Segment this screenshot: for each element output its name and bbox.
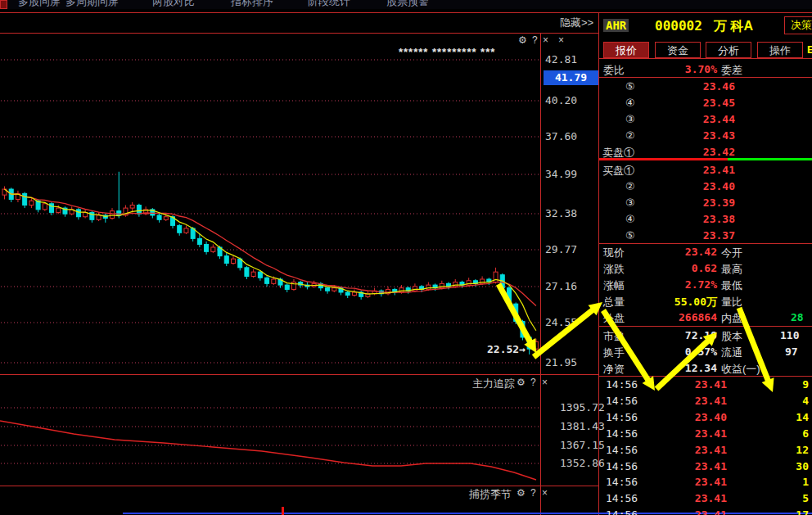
tick-price: 23.41 <box>688 427 727 440</box>
tick-price: 23.41 <box>688 508 727 515</box>
gear-icon[interactable]: ⚙ <box>518 34 527 46</box>
stat-value2: 28 <box>791 311 804 323</box>
bid-level-num: ④ <box>625 213 635 225</box>
help-icon[interactable]: ? <box>530 487 536 499</box>
menu-item[interactable]: 多周期同屏 <box>65 0 119 9</box>
stat-value: 12.34 <box>647 362 717 374</box>
tab-4[interactable]: 操作 <box>757 42 803 58</box>
bid-price: 23.39 <box>671 197 735 209</box>
menu-item[interactable]: 多股同屏 <box>18 0 61 9</box>
help-icon[interactable]: ? <box>532 34 538 46</box>
stat-label2: 流通 <box>721 346 742 360</box>
divider <box>599 376 812 377</box>
tick-volume: 4 <box>769 395 809 407</box>
decision-button[interactable]: 决策 <box>784 16 812 34</box>
gear-icon[interactable]: ⚙ <box>517 487 526 499</box>
weibi-value: 3.70% <box>647 63 717 75</box>
stat-label2: 量比 <box>721 295 742 309</box>
close-icon[interactable]: × <box>542 487 548 499</box>
divider <box>599 326 812 327</box>
stat-value2: 110 <box>780 329 799 341</box>
stat-label: 外盘 <box>603 311 625 326</box>
tab-2[interactable]: 资金 <box>655 42 701 58</box>
market-badge: AHR <box>603 19 629 32</box>
tracker-panel-title: 主力追踪 <box>472 377 515 391</box>
ask-price: 23.43 <box>671 129 735 142</box>
tick-time: 14:56 <box>606 508 638 515</box>
help-icon[interactable]: ? <box>530 377 536 388</box>
tick-volume: 6 <box>769 427 809 440</box>
stat-label: 现价 <box>603 246 625 260</box>
axis-close-icon[interactable]: × <box>558 34 564 46</box>
tick-volume: 5 <box>769 492 809 504</box>
tab-1[interactable]: 报价 <box>603 42 649 58</box>
bid-level-num: ② <box>625 180 635 192</box>
tick-volume: 17 <box>769 508 809 515</box>
tick-price: 23.41 <box>688 395 727 407</box>
tracker-axis-label: 1395.72 <box>560 401 605 413</box>
tick-time: 14:56 <box>606 411 638 423</box>
divider <box>0 486 598 486</box>
price-axis-label: 40.20 <box>545 94 577 106</box>
ask-level-num: ③ <box>625 113 635 125</box>
tab-partial[interactable]: E <box>807 43 812 56</box>
stat-label2: 内盘 <box>721 311 742 326</box>
tab-3[interactable]: 分析 <box>706 42 751 58</box>
tracker-axis-label: 1381.43 <box>560 420 605 432</box>
gear-icon[interactable]: ⚙ <box>517 377 526 388</box>
stat-label2: 今开 <box>721 246 742 260</box>
tracker-axis-label: 1367.15 <box>560 439 605 451</box>
stat-label: 涨跌 <box>603 262 625 277</box>
tick-volume: 9 <box>769 378 809 391</box>
weibi-label: 委比 <box>603 63 625 78</box>
bid-price: 23.41 <box>671 164 735 176</box>
bid-price: 23.37 <box>671 229 735 242</box>
stat-value: 0.57% <box>647 346 717 358</box>
sell-ratio-bar <box>599 158 728 160</box>
divider <box>599 77 812 78</box>
tick-time: 14:56 <box>606 395 638 407</box>
stat-label: 总量 <box>603 295 625 309</box>
stat-label: 换手 <box>603 346 625 360</box>
trading-app-window: 多股同屏多周期同屏两股对比指标排序阶段统计股票预警 隐藏>> ⚙ ? × × *… <box>0 0 812 515</box>
stat-value: 23.42 <box>647 246 717 258</box>
tick-price: 23.41 <box>688 460 727 472</box>
menu-item[interactable]: 阶段统计 <box>308 0 350 9</box>
bid-level-num: ⑤ <box>625 229 635 242</box>
close-icon[interactable]: × <box>543 34 548 46</box>
tick-volume: 12 <box>769 444 809 456</box>
stat-label: 涨幅 <box>603 278 625 293</box>
divider <box>599 243 812 244</box>
price-axis-label: 34.99 <box>545 168 577 180</box>
price-axis-label: 32.38 <box>545 207 577 219</box>
stat-value: 55.00万 <box>647 295 717 309</box>
divider <box>599 58 812 59</box>
menu-item[interactable]: 股票预警 <box>386 0 429 9</box>
divider <box>0 374 598 375</box>
bid-price: 23.40 <box>671 180 735 192</box>
divider <box>0 12 812 13</box>
tick-price: 23.40 <box>688 411 727 423</box>
ask-price: 23.46 <box>671 80 735 93</box>
stat-label: 市盈 <box>603 329 625 344</box>
tick-time: 14:56 <box>606 492 638 504</box>
stat-label2: 收益(一) <box>721 362 760 377</box>
tick-time: 14:56 <box>606 460 638 472</box>
stat-value: 2.72% <box>647 278 717 291</box>
tick-price: 23.41 <box>688 492 727 504</box>
weicha-label: 委差 <box>721 63 742 78</box>
price-axis-label: 29.77 <box>545 243 577 255</box>
hide-panel-button[interactable]: 隐藏>> <box>560 16 593 30</box>
tick-time: 14:56 <box>606 378 638 391</box>
stat-value: 266864 <box>647 311 717 323</box>
menu-item[interactable]: 两股对比 <box>152 0 195 9</box>
price-badge: 41.79 <box>544 70 598 85</box>
tick-volume: 14 <box>769 411 809 423</box>
season-panel-title: 捕捞季节 <box>469 487 512 502</box>
menu-item[interactable]: 指标排序 <box>231 0 273 9</box>
tick-time: 14:56 <box>606 476 638 488</box>
close-icon[interactable]: × <box>542 377 548 388</box>
stat-label: 净资 <box>603 362 625 377</box>
stock-name: 万 科A <box>714 18 753 35</box>
stat-label2: 股本 <box>721 329 742 344</box>
